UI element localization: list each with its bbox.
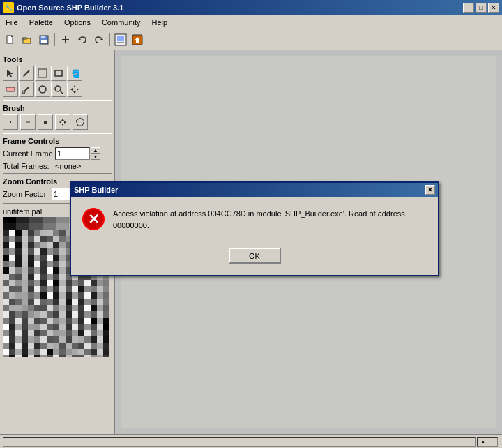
dialog-title-bar: SHP Builder ✕ bbox=[71, 183, 438, 197]
dialog-footer: OK bbox=[71, 242, 438, 275]
dialog-message: Access violation at address 004CC78D in … bbox=[113, 208, 427, 231]
dialog-overlay: SHP Builder ✕ ✕ Access violation at addr… bbox=[0, 0, 502, 448]
dialog-close-button[interactable]: ✕ bbox=[425, 185, 435, 195]
dialog-content: ✕ Access violation at address 004CC78D i… bbox=[71, 197, 438, 242]
ok-button[interactable]: OK bbox=[229, 248, 281, 264]
error-icon: ✕ bbox=[82, 208, 105, 230]
dialog-title: SHP Builder bbox=[74, 186, 118, 194]
dialog-box: SHP Builder ✕ ✕ Access violation at addr… bbox=[70, 181, 439, 276]
